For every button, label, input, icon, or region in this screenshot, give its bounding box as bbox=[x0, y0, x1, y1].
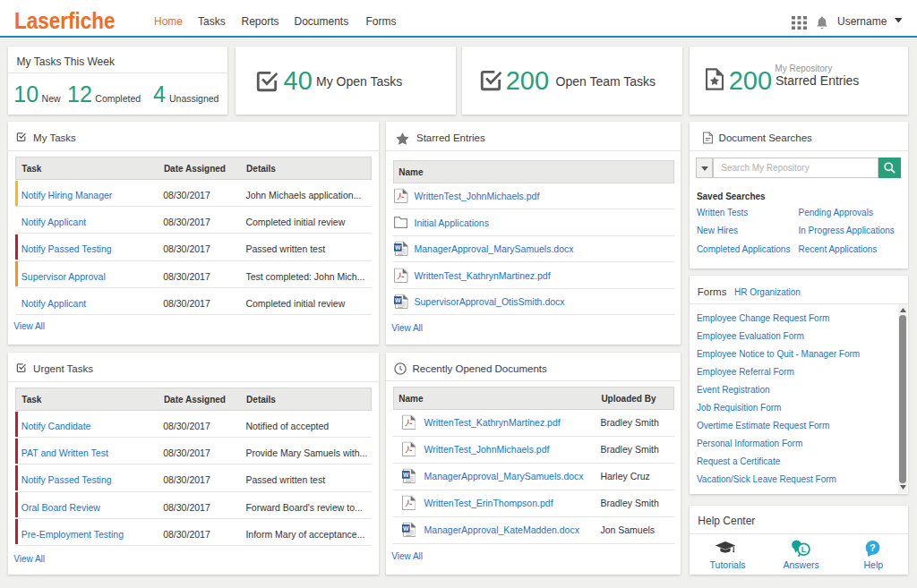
svg-text:?: ? bbox=[870, 541, 876, 552]
svg-text:L: L bbox=[801, 545, 806, 554]
